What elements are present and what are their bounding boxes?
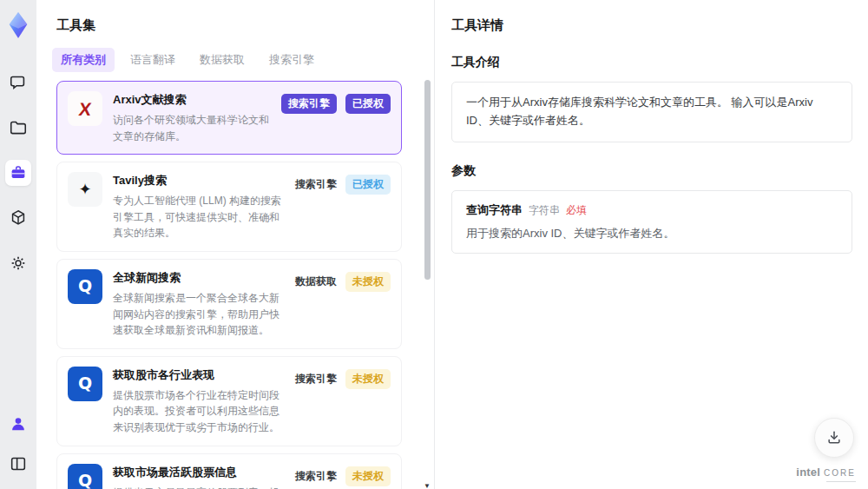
- category-tab[interactable]: 语言翻译: [122, 48, 184, 72]
- intro-text: 一个用于从Arxiv存储库搜索科学论文和文章的工具。 输入可以是Arxiv ID…: [466, 94, 838, 130]
- sidebar-item-packages[interactable]: [5, 205, 31, 231]
- tool-details-panel: 工具详情 工具介绍 一个用于从Arxiv存储库搜索科学论文和文章的工具。 输入可…: [436, 0, 868, 489]
- tool-description: 提供股票市场各个行业在特定时间段内的表现。投资者可以利用这些信息来识别表现优于或…: [113, 387, 285, 436]
- tool-status-badge: 未授权: [345, 369, 391, 389]
- tool-status-badge: 已授权: [345, 175, 391, 195]
- sidebar-item-settings[interactable]: [5, 250, 31, 276]
- intel-core-logo: intel core: [796, 466, 856, 479]
- download-button[interactable]: [814, 418, 854, 458]
- folder-icon: [9, 118, 28, 137]
- param-box: 查询字符串 字符串 必填 用于搜索的Arxiv ID、关键字或作者姓名。: [451, 190, 852, 254]
- tool-category-label: 搜索引擎: [281, 94, 337, 114]
- intro-box: 一个用于从Arxiv存储库搜索科学论文和文章的工具。 输入可以是Arxiv ID…: [451, 82, 852, 142]
- sidebar-item-chat[interactable]: [5, 69, 31, 96]
- category-tab[interactable]: 数据获取: [191, 48, 253, 72]
- tool-logo-icon: ✦: [68, 172, 102, 207]
- tool-logo-icon: Q: [68, 367, 102, 401]
- tool-name: Arxiv文献搜索: [113, 92, 271, 108]
- intel-core-logo-underline: [826, 481, 856, 482]
- sidebar-item-panel-toggle[interactable]: [5, 451, 31, 477]
- tool-card[interactable]: Q 获取市场最活跃股票信息 提供当天交易量最高的股票列表，投资者可以利用这些信息…: [56, 453, 402, 489]
- tool-logo-icon: Q: [68, 269, 102, 304]
- param-name: 查询字符串: [466, 202, 523, 218]
- toolset-panel: 工具集 所有类别 语言翻译 数据获取 搜索引擎 X Arxiv文献搜索: [36, 0, 435, 489]
- scrollbar-down-arrow[interactable]: ▼: [424, 482, 431, 489]
- tool-description: 全球新闻搜索是一个聚合全球各大新闻网站内容的搜索引擎，帮助用户快速获取全球最新资…: [113, 290, 285, 339]
- app-window: 工具集 所有类别 语言翻译 数据获取 搜索引擎 X Arxiv文献搜索: [0, 0, 868, 489]
- sidebar-item-files[interactable]: [5, 115, 31, 141]
- scrollbar-thumb[interactable]: [424, 80, 431, 280]
- tool-description: 提供当天交易量最高的股票列表，投资者可以利用这些信息来识别流动性强的股票和潜在的…: [113, 485, 285, 489]
- download-icon: [825, 429, 843, 446]
- list-scrollbar[interactable]: ▼: [424, 75, 431, 481]
- tool-card[interactable]: Q 获取股市各行业表现 提供股票市场各个行业在特定时间段内的表现。投资者可以利用…: [56, 356, 402, 446]
- panel-toggle-icon: [9, 454, 28, 473]
- sidebar-item-account[interactable]: [5, 411, 31, 437]
- category-tab[interactable]: 搜索引擎: [260, 48, 323, 72]
- intro-heading: 工具介绍: [451, 55, 868, 70]
- tool-list: X Arxiv文献搜索 访问各个研究领域大量科学论文和文章的存储库。 搜索引擎 …: [56, 81, 414, 489]
- param-type: 字符串: [529, 203, 560, 218]
- app-logo-icon: [3, 9, 33, 42]
- category-tab[interactable]: 所有类别: [52, 48, 115, 72]
- tool-status-badge: 未授权: [345, 466, 391, 486]
- tool-logo-icon: X: [68, 91, 102, 126]
- tool-status-badge: 未授权: [345, 272, 391, 292]
- tool-name: 全球新闻搜索: [113, 270, 285, 286]
- tool-description: 专为人工智能代理 (LLM) 构建的搜索引擎工具，可快速提供实时、准确和真实的结…: [113, 193, 285, 241]
- tool-name: Tavily搜索: [113, 173, 285, 188]
- params-heading: 参数: [451, 163, 868, 179]
- sidebar-item-toolbox[interactable]: [5, 160, 31, 186]
- briefcase-icon: [9, 163, 28, 182]
- tool-card[interactable]: Q 全球新闻搜索 全球新闻搜索是一个聚合全球各大新闻网站内容的搜索引擎，帮助用户…: [56, 259, 402, 349]
- tool-name: 获取市场最活跃股票信息: [113, 465, 285, 480]
- sidebar-rail: [0, 0, 36, 489]
- tool-card[interactable]: ✦ Tavily搜索 专为人工智能代理 (LLM) 构建的搜索引擎工具，可快速提…: [56, 162, 402, 252]
- tool-card[interactable]: X Arxiv文献搜索 访问各个研究领域大量科学论文和文章的存储库。 搜索引擎 …: [56, 81, 402, 155]
- tool-category-label: 搜索引擎: [295, 369, 337, 389]
- tool-category-label: 搜索引擎: [295, 175, 337, 195]
- param-description: 用于搜索的Arxiv ID、关键字或作者姓名。: [466, 226, 838, 241]
- gear-icon: [9, 254, 28, 273]
- category-tabs: 所有类别 语言翻译 数据获取 搜索引擎: [52, 48, 434, 72]
- tool-name: 获取股市各行业表现: [113, 367, 285, 383]
- tool-category-label: 搜索引擎: [295, 466, 337, 486]
- param-required-badge: 必填: [566, 203, 587, 218]
- chat-icon: [9, 73, 28, 92]
- details-title: 工具详情: [451, 17, 868, 34]
- tool-status-badge: 已授权: [345, 94, 391, 114]
- cube-icon: [9, 208, 28, 228]
- user-icon: [9, 414, 28, 433]
- tool-description: 访问各个研究领域大量科学论文和文章的存储库。: [113, 112, 271, 144]
- tool-logo-icon: Q: [68, 464, 102, 489]
- page-title: 工具集: [56, 17, 434, 34]
- tool-category-label: 数据获取: [295, 272, 337, 292]
